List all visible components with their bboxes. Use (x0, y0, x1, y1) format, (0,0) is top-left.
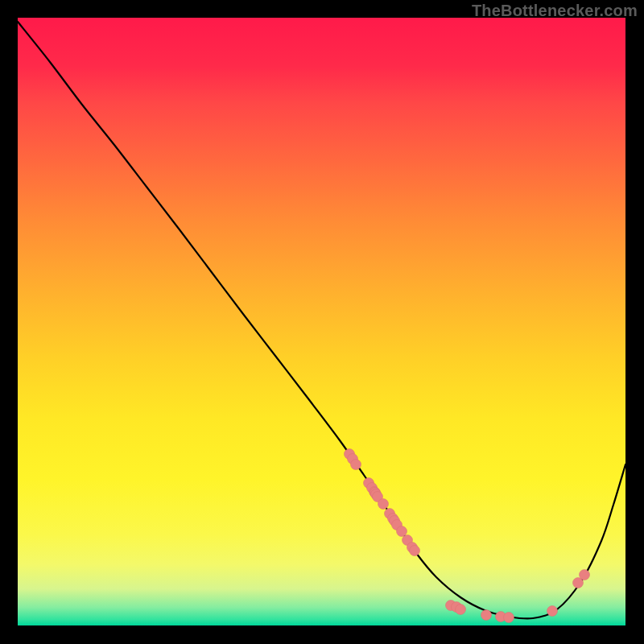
chart-marker (351, 460, 361, 470)
chart-marker (410, 546, 420, 556)
chart-marker (481, 610, 492, 621)
chart-frame (18, 18, 625, 625)
attribution-label: TheBottlenecker.com (472, 2, 638, 20)
chart-marker (504, 613, 514, 623)
chart-marker (580, 570, 590, 580)
chart-marker (456, 605, 466, 615)
bottleneck-curve (18, 22, 625, 619)
chart-marker (397, 526, 407, 537)
chart-markers (345, 449, 590, 623)
chart-svg (18, 18, 625, 625)
chart-marker (547, 606, 558, 617)
chart-marker (378, 499, 389, 510)
